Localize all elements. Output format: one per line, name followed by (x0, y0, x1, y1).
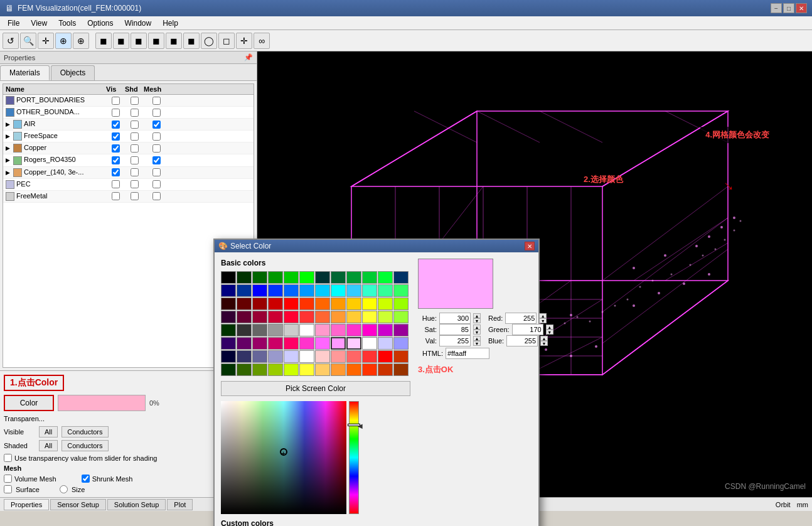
color-swatch[interactable] (378, 298, 393, 310)
mesh-check[interactable] (152, 144, 161, 153)
tab-properties[interactable]: Properties (4, 499, 49, 510)
color-swatch[interactable] (346, 271, 361, 284)
color-swatch[interactable] (299, 363, 314, 376)
shd-cell[interactable] (125, 156, 144, 164)
color-swatch[interactable] (284, 363, 299, 376)
mesh-cell[interactable] (144, 121, 169, 129)
box1-button[interactable]: ◼ (95, 33, 112, 49)
color-swatch[interactable] (221, 311, 236, 323)
expand-icon[interactable]: ▶ (6, 145, 10, 151)
vis-cell[interactable] (106, 156, 125, 164)
color-swatch[interactable] (331, 271, 346, 284)
cross-button[interactable]: ✛ (236, 33, 252, 49)
color-swatch[interactable] (315, 311, 330, 323)
color-swatch[interactable] (221, 284, 236, 297)
vis-cell[interactable] (106, 132, 125, 141)
color-swatch[interactable] (221, 271, 236, 284)
surface-checkbox[interactable] (4, 485, 12, 493)
menu-tools[interactable]: Tools (53, 18, 81, 29)
mesh-check[interactable] (152, 132, 161, 141)
expand-icon[interactable]: ▶ (6, 157, 10, 163)
shd-check[interactable] (131, 192, 139, 200)
color-swatch[interactable] (268, 350, 283, 363)
vis-check[interactable] (112, 144, 120, 153)
color-swatch[interactable] (268, 311, 283, 323)
vis-check[interactable] (112, 180, 120, 188)
panel-pin[interactable]: 📌 (244, 53, 253, 62)
color-swatch[interactable] (237, 350, 252, 363)
mesh-check[interactable] (152, 192, 161, 200)
color-swatch[interactable] (346, 337, 361, 350)
color-swatch[interactable] (237, 363, 252, 376)
color-swatch[interactable] (268, 284, 283, 297)
mesh-cell[interactable] (144, 192, 169, 200)
vis-check[interactable] (112, 132, 120, 141)
color-swatch[interactable] (393, 298, 409, 310)
pick-screen-button[interactable]: Pick Screen Color (221, 381, 410, 396)
color-swatch[interactable] (393, 324, 409, 336)
color-swatch[interactable] (346, 298, 361, 310)
color-swatch[interactable] (362, 337, 377, 350)
color-swatch[interactable] (299, 350, 314, 363)
all2-button[interactable]: All (39, 440, 58, 451)
hue-down[interactable]: ▼ (473, 318, 481, 323)
minimize-button[interactable]: − (771, 3, 782, 13)
color-swatch[interactable] (268, 298, 283, 310)
green-input[interactable] (512, 324, 543, 335)
color-swatch[interactable] (331, 284, 346, 297)
color-swatch[interactable] (362, 311, 377, 323)
color-swatch[interactable] (284, 324, 299, 336)
spectrum-gradient[interactable]: + (221, 401, 346, 511)
vis-check[interactable] (112, 121, 120, 129)
color-swatch[interactable] (315, 271, 330, 284)
close-button[interactable]: ✕ (796, 3, 807, 13)
mesh-check[interactable] (152, 180, 161, 188)
hue-slider[interactable]: ◀ (349, 401, 359, 511)
mesh-check[interactable] (152, 109, 161, 117)
select-button[interactable]: ⊕ (55, 33, 72, 49)
shd-check[interactable] (131, 109, 139, 117)
val-up[interactable]: ▲ (473, 336, 481, 341)
color-swatch[interactable] (221, 363, 236, 376)
color-swatch[interactable] (237, 298, 252, 310)
mesh-check[interactable] (152, 121, 161, 129)
tab-plot[interactable]: Plot (167, 499, 193, 510)
vis-check[interactable] (112, 192, 120, 200)
color-swatch[interactable] (331, 350, 346, 363)
vis-check[interactable] (112, 168, 120, 176)
color-swatch[interactable] (252, 271, 267, 284)
color-swatch[interactable] (221, 298, 236, 310)
rect-button[interactable]: ◻ (218, 33, 235, 49)
size-radio[interactable] (60, 485, 68, 493)
mesh-cell[interactable] (144, 132, 169, 141)
color-swatch[interactable] (378, 271, 393, 284)
shrunk-mesh-checkbox[interactable] (82, 475, 90, 483)
color-swatch[interactable] (284, 284, 299, 297)
color-swatch[interactable] (284, 350, 299, 363)
color-swatch[interactable] (299, 324, 314, 336)
color-swatch[interactable] (237, 311, 252, 323)
menu-options[interactable]: Options (82, 18, 118, 29)
color-swatch[interactable] (299, 284, 314, 297)
color-swatch[interactable] (346, 363, 361, 376)
restore-button[interactable]: □ (783, 3, 794, 13)
tab-objects[interactable]: Objects (51, 65, 95, 80)
shd-check[interactable] (131, 121, 139, 129)
shd-cell[interactable] (125, 109, 144, 117)
color-swatch[interactable] (331, 363, 346, 376)
color-swatch[interactable] (315, 350, 330, 363)
hue-up[interactable]: ▲ (473, 313, 481, 318)
shd-check[interactable] (131, 97, 139, 105)
tab-solution-setup[interactable]: Solution Setup (107, 499, 166, 510)
color-swatch[interactable] (268, 363, 283, 376)
mesh-cell[interactable] (144, 180, 169, 188)
volume-mesh-checkbox[interactable] (4, 475, 12, 483)
box6-button[interactable]: ◼ (183, 33, 200, 49)
move-button[interactable]: ✛ (38, 33, 54, 49)
val-down[interactable]: ▼ (473, 341, 481, 346)
color-swatch[interactable] (299, 298, 314, 310)
vis-cell[interactable] (106, 97, 125, 105)
shd-cell[interactable] (125, 121, 144, 129)
color-swatch[interactable] (362, 284, 377, 297)
color-swatch[interactable] (268, 324, 283, 336)
